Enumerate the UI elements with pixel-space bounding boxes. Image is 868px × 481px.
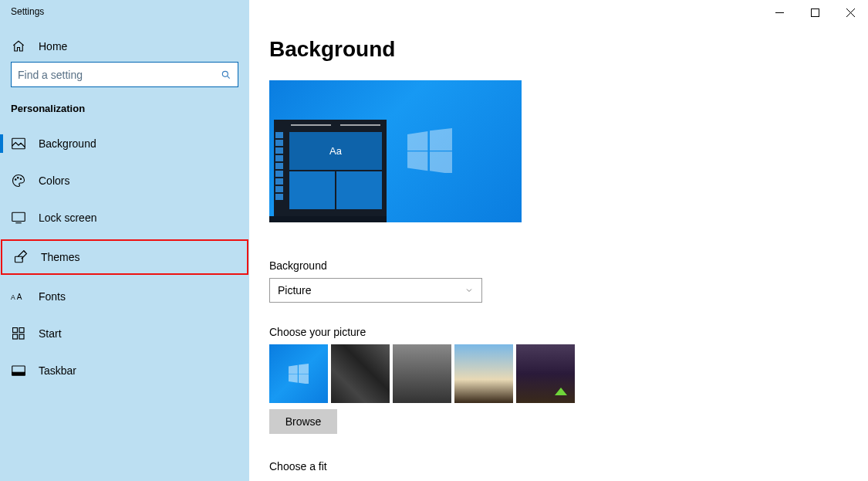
content-area: Background Aa Background Picture — [249, 0, 868, 481]
picture-thumbnail[interactable] — [331, 344, 390, 403]
background-dropdown[interactable]: Picture — [269, 278, 482, 303]
svg-rect-11 — [13, 334, 18, 339]
picture-thumbnails — [269, 344, 868, 403]
palette-icon — [11, 173, 26, 188]
preview-aa-tile: Aa — [289, 132, 382, 170]
search-icon — [221, 69, 231, 80]
sidebar-item-lockscreen[interactable]: Lock screen — [0, 202, 249, 233]
sidebar-list: Background Colors Lock screen — [0, 128, 249, 386]
preview-start-menu: Aa — [274, 120, 387, 216]
section-title: Personalization — [0, 97, 249, 128]
picture-thumbnail[interactable] — [269, 344, 328, 403]
picture-thumbnail[interactable] — [393, 344, 451, 403]
sidebar-home-label: Home — [39, 40, 67, 53]
sidebar-item-fonts[interactable]: A A Fonts — [0, 281, 249, 312]
picture-thumbnail[interactable] — [516, 344, 575, 403]
svg-point-0 — [222, 71, 228, 76]
start-icon — [11, 326, 26, 341]
app-title: Settings — [0, 0, 249, 31]
svg-rect-12 — [19, 334, 24, 339]
chevron-down-icon — [464, 286, 474, 295]
svg-rect-5 — [12, 212, 25, 221]
sidebar-item-label: Taskbar — [39, 364, 76, 377]
svg-point-2 — [15, 179, 17, 181]
fonts-icon: A A — [11, 289, 26, 304]
minimize-button[interactable] — [762, 0, 797, 25]
search-input[interactable] — [18, 69, 231, 81]
background-preview: Aa — [269, 80, 522, 222]
lockscreen-icon — [11, 210, 26, 225]
sidebar-item-background[interactable]: Background — [0, 128, 249, 159]
sidebar-item-label: Background — [39, 137, 96, 150]
choose-picture-label: Choose your picture — [269, 326, 868, 338]
svg-point-3 — [18, 178, 19, 179]
page-title: Background — [269, 37, 868, 62]
picture-thumbnail[interactable] — [454, 344, 513, 403]
svg-text:A: A — [11, 293, 15, 301]
sidebar-home[interactable]: Home — [0, 31, 249, 62]
sidebar-item-label: Lock screen — [39, 212, 96, 224]
preview-taskbar — [269, 216, 387, 222]
sidebar-item-label: Start — [39, 327, 62, 340]
background-dropdown-label: Background — [269, 259, 868, 272]
dropdown-value: Picture — [278, 284, 312, 296]
close-button[interactable] — [833, 0, 868, 25]
window-controls — [762, 0, 868, 25]
svg-rect-6 — [15, 256, 23, 263]
sidebar-item-taskbar[interactable]: Taskbar — [0, 355, 249, 386]
svg-rect-14 — [12, 372, 25, 375]
home-icon — [11, 39, 26, 54]
svg-text:A: A — [17, 293, 22, 301]
taskbar-icon — [11, 363, 26, 378]
svg-rect-9 — [13, 328, 18, 333]
windows-logo-icon — [289, 364, 309, 384]
sidebar: Settings Home Personalization — [0, 0, 249, 481]
svg-rect-10 — [19, 328, 24, 333]
choose-fit-label: Choose a fit — [269, 460, 868, 473]
picture-icon — [11, 136, 26, 151]
sidebar-item-colors[interactable]: Colors — [0, 165, 249, 196]
browse-button[interactable]: Browse — [269, 409, 337, 434]
sidebar-item-themes[interactable]: Themes — [1, 239, 248, 275]
search-box[interactable] — [11, 62, 238, 87]
windows-logo-icon — [407, 128, 452, 173]
svg-rect-15 — [811, 8, 819, 16]
sidebar-item-start[interactable]: Start — [0, 318, 249, 349]
maximize-button[interactable] — [797, 0, 833, 25]
svg-point-4 — [20, 178, 22, 180]
themes-icon — [13, 249, 29, 265]
search-wrap — [0, 62, 249, 97]
sidebar-item-label: Themes — [41, 251, 80, 263]
sidebar-item-label: Fonts — [39, 290, 66, 303]
sidebar-item-label: Colors — [39, 174, 69, 187]
